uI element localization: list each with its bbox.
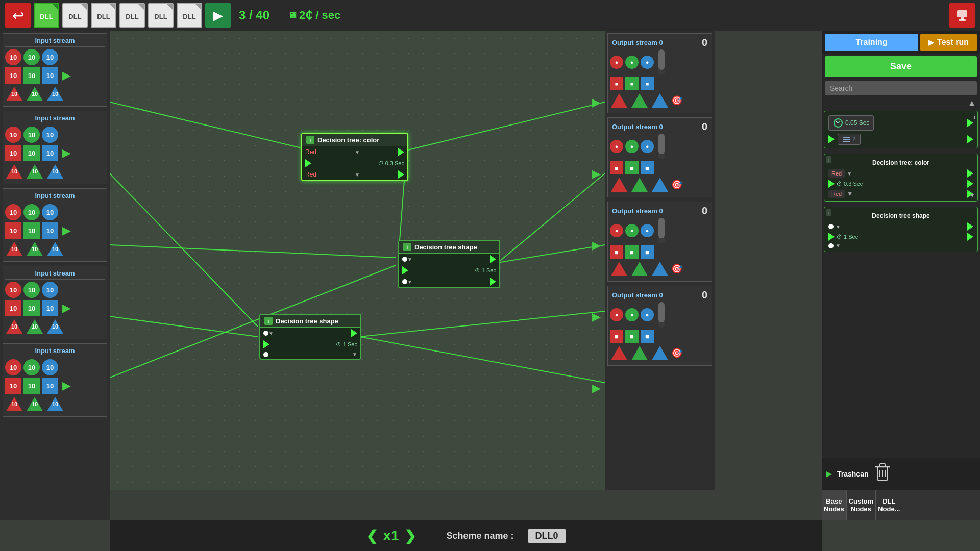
- tab-custom-nodes[interactable]: CustomNodes: [847, 490, 876, 520]
- trashcan-section: ▶ Trashcan: [822, 458, 980, 490]
- dll-tab-1[interactable]: DLL: [62, 3, 88, 28]
- stream-play-1[interactable]: ▶: [60, 146, 73, 160]
- dll-tab-5[interactable]: DLL: [177, 3, 202, 28]
- sidebar-color-dropdown[interactable]: Red: [828, 169, 845, 178]
- right-play-3[interactable]: ▶: [590, 310, 603, 323]
- output-connector[interactable]: [490, 255, 496, 263]
- node-speed-row: ⏱ 1 Sec: [399, 265, 499, 276]
- info-badge-sidebar-2[interactable]: i: [826, 209, 831, 216]
- dot-ctrl-2[interactable]: [828, 243, 834, 248]
- dropdown-icon[interactable]: ▼: [268, 331, 274, 336]
- node-decision-shape-2[interactable]: i Decision tree shape ▼ ⏱ 1 Sec ▼: [259, 314, 361, 360]
- right-play-4[interactable]: ▶: [590, 382, 603, 395]
- multiplier-decrease[interactable]: ❮: [366, 528, 378, 544]
- sidebar-output-dropdown[interactable]: Red: [828, 190, 845, 198]
- stream-play-3[interactable]: ▶: [60, 302, 73, 315]
- search-bar[interactable]: Search: [825, 81, 977, 95]
- stream-row: 10 10 10 ▶: [5, 222, 105, 239]
- multiplier-increase[interactable]: ❯: [404, 528, 416, 544]
- triangle-green: 10: [26, 396, 44, 412]
- output-connector-2[interactable]: [490, 278, 496, 286]
- output-connector-2[interactable]: [398, 170, 404, 179]
- output-tri-red: [610, 92, 628, 109]
- tab-dll-nodes[interactable]: DLLNode...: [876, 490, 902, 520]
- output-sq-blue: ■: [641, 77, 654, 90]
- input-connector[interactable]: [263, 340, 270, 348]
- run-button[interactable]: ▶: [205, 3, 231, 28]
- dot-control-1[interactable]: [402, 257, 407, 262]
- shape-square-blue: 10: [42, 222, 58, 239]
- input-connector[interactable]: [828, 180, 835, 188]
- scheme-name-input[interactable]: DLL0: [528, 529, 566, 543]
- dropdown-icon[interactable]: ▼: [407, 257, 412, 262]
- input-connector-2[interactable]: [828, 233, 835, 241]
- dll-tab-0[interactable]: DLL: [34, 3, 59, 28]
- tab-base-nodes[interactable]: BaseNodes: [822, 490, 847, 520]
- sidebar-output-row: Red ▼: [826, 189, 975, 199]
- target-icon[interactable]: 🎯: [671, 95, 682, 106]
- output-score-3: 0: [663, 289, 707, 301]
- info-icon[interactable]: i: [974, 113, 975, 121]
- dropdown-arrow-icon[interactable]: ▼: [355, 172, 360, 178]
- stream-play-0[interactable]: ▶: [60, 69, 73, 82]
- stream-play-2[interactable]: ▶: [60, 224, 73, 237]
- tab-training[interactable]: Training: [825, 34, 918, 51]
- input-connector[interactable]: [402, 266, 408, 274]
- trashcan-play-button[interactable]: ▶: [826, 469, 832, 479]
- sidebar-header: Training ▶ Test run: [822, 31, 980, 54]
- input-connector[interactable]: [305, 159, 311, 167]
- output-connector[interactable]: [967, 169, 973, 178]
- expand-button[interactable]: ▼: [969, 192, 975, 199]
- dropdown-icon-2[interactable]: ▼: [407, 279, 412, 285]
- output-stream-3: Output stream 0 0 ● ● ● ■ ■ ■ 🎯: [607, 286, 712, 366]
- right-play-1[interactable]: ▶: [590, 167, 603, 181]
- back-button[interactable]: ↩: [5, 3, 31, 28]
- output-connector[interactable]: [351, 329, 357, 337]
- dropdown-arrow-icon[interactable]: ▼: [355, 149, 360, 155]
- stream-play-4[interactable]: ▶: [60, 379, 73, 392]
- dot-control-2[interactable]: [402, 279, 407, 284]
- toolbar: ↩ DLL DLL DLL DLL DLL DLL ▶ 3 / 40 🖥 2₵ …: [0, 0, 980, 31]
- right-play-2[interactable]: ▶: [590, 239, 603, 252]
- dropdown-icon-2[interactable]: ▼: [352, 352, 357, 357]
- chevron-down-icon[interactable]: ▼: [847, 190, 853, 197]
- dot-ctrl-1[interactable]: [828, 224, 834, 229]
- input-connector[interactable]: [828, 135, 835, 143]
- scroll-up[interactable]: ▲: [822, 97, 980, 109]
- stream-row: 10 10 10: [5, 396, 105, 412]
- triangle-red: 10: [5, 163, 23, 180]
- shape-circle-red: 10: [5, 204, 21, 220]
- shape-circle-green: 10: [23, 282, 40, 298]
- top-right-button[interactable]: [949, 3, 975, 28]
- target-icon[interactable]: 🎯: [671, 179, 682, 190]
- multiplier-value: x1: [383, 528, 399, 544]
- output-connector-2[interactable]: [967, 135, 973, 143]
- output-connector[interactable]: [398, 148, 404, 156]
- output-conn-2[interactable]: [967, 233, 973, 241]
- node-decision-color[interactable]: i Decision tree: color Red ▼ ⏱ 0.3 Sec R…: [301, 133, 408, 181]
- node-decision-shape-1[interactable]: i Decision tree shape ▼ ⏱ 1 Sec ▼: [398, 240, 500, 288]
- info-badge: i: [306, 136, 314, 144]
- dll-tab-3[interactable]: DLL: [119, 3, 145, 28]
- right-play-0[interactable]: ▶: [590, 96, 603, 109]
- dot-control-1[interactable]: [263, 331, 268, 336]
- output-connector-2[interactable]: [967, 180, 973, 188]
- canvas-area[interactable]: i Decision tree: color Red ▼ ⏱ 0.3 Sec R…: [110, 31, 605, 490]
- output-connector[interactable]: [967, 119, 973, 127]
- tab-testrun[interactable]: ▶ Test run: [920, 34, 977, 51]
- output-conn[interactable]: [967, 222, 973, 231]
- dropdown-icon[interactable]: ▼: [836, 224, 841, 230]
- dropdown-arrow-icon[interactable]: ▼: [847, 171, 852, 177]
- dot-control-2[interactable]: [263, 352, 268, 357]
- dropdown-icon-2[interactable]: ▼: [836, 243, 841, 248]
- target-icon[interactable]: 🎯: [671, 263, 682, 274]
- info-badge-sidebar[interactable]: i: [826, 156, 831, 163]
- svg-rect-0: [957, 10, 967, 17]
- output-tri-blue: [651, 345, 669, 361]
- save-button[interactable]: Save: [825, 56, 977, 77]
- speed-control: 0.05 Sec: [828, 115, 874, 131]
- target-icon[interactable]: 🎯: [671, 347, 682, 359]
- dll-tab-4[interactable]: DLL: [148, 3, 174, 28]
- dll-tab-2[interactable]: DLL: [91, 3, 116, 28]
- trashcan-icon[interactable]: [873, 462, 892, 486]
